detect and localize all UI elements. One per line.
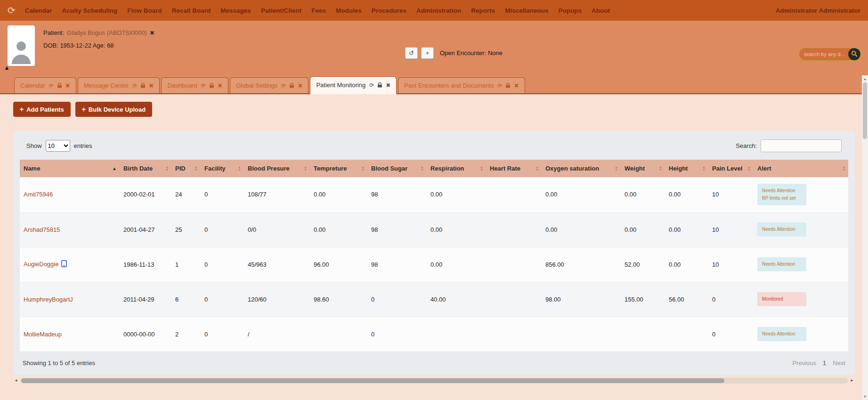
nav-item-popups[interactable]: Popups [559,7,582,14]
patient-name-link[interactable]: MollieMadeup [24,331,62,338]
close-tab-icon[interactable]: ✖ [298,83,302,89]
close-tab-icon[interactable]: ✖ [149,83,154,89]
scroll-up-icon[interactable]: ▲ [863,75,867,82]
pagination-next[interactable]: Next [833,359,845,367]
lock-icon[interactable] [210,83,214,88]
refresh-icon[interactable]: ⟳ [281,83,286,89]
column-header-birth-date[interactable]: Birth Date▲▼ [120,160,171,177]
open-encounter-label: Open Encounter: None [440,49,503,57]
cell-blood-presure: 0/0 [244,212,310,247]
alert-text: BP limits not set [762,195,802,202]
nav-item-about[interactable]: About [592,7,610,14]
lock-icon[interactable] [57,83,62,88]
cell-blood-sugar: 98 [367,177,427,212]
column-label: Weight [625,165,645,172]
refresh-icon[interactable]: ⟳ [201,83,206,89]
user-menu[interactable]: Administrator Administrator [776,7,860,14]
refresh-icon[interactable]: ⟳ [497,83,502,89]
search-button[interactable] [848,48,860,60]
pagination: Previous 1 Next [792,359,845,367]
column-header-oxygen-saturation[interactable]: Oxygen saturation▲▼ [542,160,621,177]
nav-item-procedures[interactable]: Procedures [372,7,406,14]
refresh-icon[interactable]: ⟳ [49,83,54,89]
patient-search-input[interactable] [804,51,848,57]
pagination-page-1[interactable]: 1 [823,359,826,367]
scroll-left-icon[interactable]: ◄ [13,378,19,383]
column-header-facility[interactable]: Facility▲▼ [201,160,244,177]
cell-birth-date: 1986-11-13 [120,247,171,282]
column-header-pain-level[interactable]: Pain Level▲▼ [708,160,754,177]
alert-cell: Monitored [754,282,848,317]
column-header-tempreture[interactable]: Tempreture▲▼ [310,160,367,177]
nav-item-acuity-scheduling[interactable]: Acuity Scheduling [62,7,118,14]
horizontal-scroll-thumb[interactable] [21,378,724,383]
horizontal-scroll-track[interactable] [20,378,848,384]
close-tab-icon[interactable]: ✖ [65,83,70,89]
patient-name-link[interactable]: HumphreyBogartJ [24,296,73,303]
lock-icon[interactable] [290,83,294,88]
nav-item-fees[interactable]: Fees [311,7,326,14]
lock-icon[interactable] [506,83,510,88]
patient-name-link[interactable]: AugieDoggie [24,261,58,268]
refresh-icon[interactable]: ⟳ [369,82,374,88]
patient-name-link[interactable]: Arshad75815 [24,226,60,233]
table-search-input[interactable] [761,139,842,152]
sort-icons: ▲▼ [165,165,169,171]
lock-icon[interactable] [141,83,145,88]
page-size-select[interactable]: 10 [46,140,70,152]
nav-item-flow-board[interactable]: Flow Board [127,7,162,14]
close-tab-icon[interactable]: ✖ [386,82,390,88]
column-header-heart-rate[interactable]: Heart Rate▲▼ [486,160,542,177]
nav-item-patient-client[interactable]: Patient/Client [261,7,301,14]
column-header-weight[interactable]: Weight▲▼ [621,160,665,177]
scroll-down-icon[interactable]: ▼ [863,393,867,400]
horizontal-scrollbar[interactable]: ◄ ► [13,377,855,384]
patient-name-link[interactable]: Gladys Bogus (ABOTSI0000) [67,29,147,36]
nav-item-modules[interactable]: Modules [336,7,362,14]
scroll-right-icon[interactable]: ► [849,378,855,383]
clear-patient-icon[interactable]: ✖ [150,30,154,36]
nav-item-calendar[interactable]: Calendar [25,7,52,14]
tab-calendar[interactable]: Calendar⟳✖ [14,77,76,93]
close-tab-icon[interactable]: ✖ [218,83,222,89]
tab-patient-monitoring[interactable]: Patient Monitoring⟳✖ [310,76,397,94]
pagination-previous[interactable]: Previous [792,359,816,367]
app-logo-icon[interactable]: ⟳ [8,6,16,15]
column-header-respiration[interactable]: Respiration▲▼ [427,160,486,177]
nav-item-administration[interactable]: Administration [416,7,461,14]
sort-down-icon: ▼ [361,169,365,171]
encounter-controls: ↺ + Open Encounter: None [405,47,503,59]
new-encounter-button[interactable]: + [421,47,434,59]
tab-message-center[interactable]: Message Center⟳✖ [78,77,160,93]
nav-item-recall-board[interactable]: Recall Board [172,7,211,14]
add-patients-button[interactable]: + Add Patients [13,102,71,117]
patient-avatar[interactable] [8,25,35,66]
column-header-pid[interactable]: PID▲▼ [171,160,201,177]
nav-item-miscellaneous[interactable]: Miscellaneous [505,7,548,14]
lock-icon[interactable] [378,82,382,88]
alert-cell: Needs Attention [754,317,848,351]
collapse-tabs-icon[interactable]: ▲ [4,64,10,71]
nav-item-messages[interactable]: Messages [220,7,251,14]
tab-global-settings[interactable]: Global Settings⟳✖ [230,77,308,93]
sort-icons: ▲▼ [421,165,424,171]
refresh-icon[interactable]: ⟳ [132,83,137,89]
tab-dashboard[interactable]: Dashboard⟳✖ [161,77,228,93]
vertical-scroll-thumb[interactable] [863,82,867,139]
cell-blood-presure: 108/77 [244,177,310,212]
nav-item-reports[interactable]: Reports [471,7,495,14]
device-icon[interactable] [61,260,67,269]
encounter-history-button[interactable]: ↺ [405,47,418,59]
column-header-height[interactable]: Height▲▼ [665,160,708,177]
sort-icons: ▲▼ [238,165,241,171]
vertical-scrollbar[interactable]: ▲ ▼ [862,75,868,400]
close-tab-icon[interactable]: ✖ [514,83,519,89]
patient-name-link[interactable]: Amit75946 [24,191,53,198]
column-label: Alert [757,165,771,172]
column-header-alert[interactable]: Alert▲▼ [754,160,848,177]
tab-past-encounters-and-documents[interactable]: Past Encounters and Documents⟳✖ [398,77,525,93]
column-header-blood-sugar[interactable]: Blood Sugar▲▼ [367,160,427,177]
column-header-blood-presure[interactable]: Blood Presure▲▼ [244,160,310,177]
column-header-name[interactable]: Name▲ [20,160,120,177]
bulk-device-upload-button[interactable]: + Bulk Device Upload [75,102,153,117]
